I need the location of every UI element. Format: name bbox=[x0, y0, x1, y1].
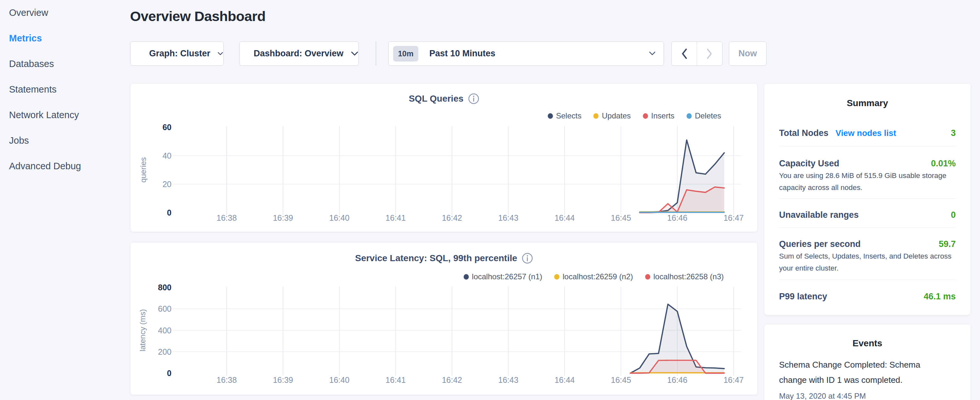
y-tick-label: 800 bbox=[158, 283, 172, 292]
y-tick-label: 0 bbox=[167, 369, 172, 378]
page-title: Overview Dashboard bbox=[130, 8, 266, 24]
y-tick-label: 0 bbox=[167, 208, 172, 217]
time-range-label: Past 10 Minutes bbox=[430, 49, 495, 59]
x-tick-label: 16:45 bbox=[611, 213, 631, 222]
x-tick-label: 16:46 bbox=[667, 213, 687, 222]
x-tick-label: 16:47 bbox=[724, 213, 744, 222]
dashboard-dropdown-label: Dashboard: Overview bbox=[254, 49, 344, 59]
sql-queries-plot[interactable]: 16:3816:3916:4016:4116:4216:4316:4416:45… bbox=[130, 83, 758, 233]
x-tick-label: 16:43 bbox=[498, 213, 519, 222]
x-tick-label: 16:39 bbox=[273, 213, 293, 222]
now-button[interactable]: Now bbox=[729, 41, 767, 66]
service-latency-chart-card: Service Latency: SQL, 99th percentile lo… bbox=[130, 242, 758, 395]
x-tick-label: 16:41 bbox=[386, 375, 406, 384]
time-step-buttons bbox=[671, 41, 722, 66]
y-tick-label: 60 bbox=[162, 123, 172, 132]
y-axis-unit-label: latency (ms) bbox=[138, 309, 147, 351]
summary-row-value: 3 bbox=[951, 128, 956, 138]
chevron-left-icon bbox=[681, 48, 688, 59]
sidebar-nav: OverviewMetricsDatabasesStatementsNetwor… bbox=[9, 0, 119, 179]
dashboard-dropdown[interactable]: Dashboard: Overview bbox=[239, 41, 359, 66]
chevron-right-icon bbox=[706, 48, 713, 59]
x-tick-label: 16:43 bbox=[498, 375, 519, 384]
x-tick-label: 16:42 bbox=[442, 375, 462, 384]
sidebar-item-jobs[interactable]: Jobs bbox=[9, 128, 119, 153]
sidebar-item-overview[interactable]: Overview bbox=[9, 0, 119, 25]
y-axis-unit-label: queries bbox=[139, 157, 148, 183]
x-tick-label: 16:42 bbox=[442, 213, 462, 222]
sidebar-item-advanced-debug[interactable]: Advanced Debug bbox=[9, 153, 119, 179]
summary-row-label: P99 latency bbox=[779, 292, 827, 302]
summary-divider bbox=[779, 228, 956, 228]
now-button-label: Now bbox=[739, 49, 757, 59]
x-tick-label: 16:47 bbox=[724, 375, 744, 384]
previous-timespan-button[interactable] bbox=[672, 42, 697, 65]
summary-row-value: 0.01% bbox=[931, 159, 956, 169]
x-tick-label: 16:46 bbox=[667, 375, 687, 384]
chevron-down-icon bbox=[217, 51, 223, 56]
sidebar-item-databases[interactable]: Databases bbox=[9, 51, 119, 77]
graph-scope-dropdown[interactable]: Graph: Cluster bbox=[130, 41, 224, 66]
summary-row-unavailable-ranges: Unavailable ranges0 bbox=[779, 209, 956, 220]
x-tick-label: 16:44 bbox=[555, 213, 575, 222]
y-tick-label: 20 bbox=[162, 180, 172, 189]
view-nodes-list-link[interactable]: View nodes list bbox=[836, 128, 896, 138]
summary-row-subtext: Sum of Selects, Updates, Inserts, and De… bbox=[779, 250, 953, 274]
graph-dropdown-label: Graph: Cluster bbox=[149, 49, 210, 59]
summary-row-value: 0 bbox=[951, 210, 956, 220]
y-tick-label: 600 bbox=[158, 304, 172, 313]
summary-row-value: 46.1 ms bbox=[924, 292, 956, 302]
event-message[interactable]: Schema Change Completed: Schema change w… bbox=[779, 357, 925, 388]
time-range-dropdown[interactable]: 10m Past 10 Minutes bbox=[388, 41, 664, 66]
summary-row-subtext: You are using 28.6 MiB of 515.9 GiB usab… bbox=[779, 170, 953, 193]
sidebar-item-statements[interactable]: Statements bbox=[9, 77, 119, 102]
summary-row-label: Capacity Used bbox=[779, 159, 839, 169]
chevron-down-icon bbox=[351, 51, 358, 56]
next-timespan-button[interactable] bbox=[697, 42, 722, 65]
x-tick-label: 16:41 bbox=[386, 213, 406, 222]
toolbar-divider bbox=[375, 41, 376, 66]
x-tick-label: 16:38 bbox=[216, 375, 237, 384]
x-tick-label: 16:40 bbox=[329, 375, 350, 384]
summary-panel: Summary Total NodesView nodes list3Capac… bbox=[764, 83, 971, 315]
x-tick-label: 16:40 bbox=[329, 213, 350, 222]
x-tick-label: 16:39 bbox=[273, 375, 293, 384]
summary-panel-title: Summary bbox=[764, 98, 970, 109]
summary-row-capacity-used: Capacity Used0.01% bbox=[779, 158, 956, 169]
events-panel-title: Events bbox=[764, 338, 970, 349]
summary-row-total-nodes: Total NodesView nodes list3 bbox=[779, 127, 956, 139]
summary-row-value: 59.7 bbox=[939, 239, 956, 249]
sidebar-item-metrics[interactable]: Metrics bbox=[9, 25, 119, 51]
summary-row-label: Queries per second bbox=[779, 239, 861, 249]
y-tick-label: 40 bbox=[162, 151, 172, 160]
sidebar-item-network-latency[interactable]: Network Latency bbox=[9, 102, 119, 128]
y-tick-label: 200 bbox=[158, 347, 172, 356]
x-tick-label: 16:45 bbox=[611, 375, 631, 384]
time-range-badge: 10m bbox=[393, 46, 418, 62]
service-latency-plot[interactable]: 16:3816:3916:4016:4116:4216:4316:4416:45… bbox=[130, 242, 758, 395]
x-tick-label: 16:38 bbox=[216, 213, 237, 222]
summary-row-queries-per-second: Queries per second59.7 bbox=[779, 239, 956, 250]
events-panel: Events Schema Change Completed: Schema c… bbox=[764, 324, 971, 400]
event-timestamp: May 13, 2020 at 4:45 PM bbox=[779, 392, 956, 400]
y-tick-label: 400 bbox=[158, 326, 172, 335]
summary-row-label: Unavailable ranges bbox=[779, 210, 859, 220]
summary-divider bbox=[779, 198, 956, 199]
summary-row-label: Total Nodes bbox=[779, 128, 829, 138]
chevron-down-icon bbox=[649, 51, 656, 56]
summary-divider bbox=[779, 280, 956, 280]
summary-row-p99-latency: P99 latency46.1 ms bbox=[779, 291, 956, 302]
sql-queries-chart-card: SQL Queries SelectsUpdatesInsertsDeletes… bbox=[130, 83, 758, 232]
summary-divider bbox=[779, 146, 956, 146]
x-tick-label: 16:44 bbox=[555, 375, 575, 384]
summary-rows: Total NodesView nodes list3Capacity Used… bbox=[764, 127, 970, 302]
